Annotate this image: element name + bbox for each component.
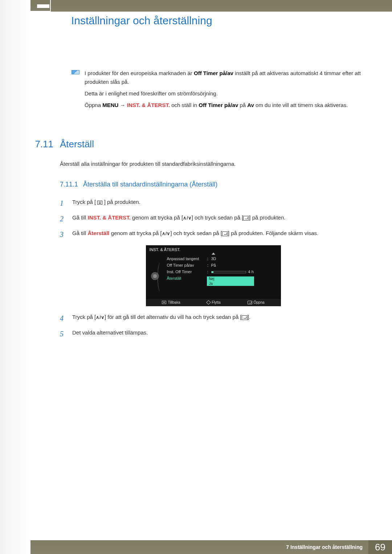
sub-heading: 7.11.1Återställa till standardinställnin… (60, 181, 367, 188)
curve-icon (158, 263, 163, 292)
step-number: 5 (60, 328, 72, 340)
osd-row: Inst. Off Timer : 4 h (167, 268, 277, 275)
osd-value-text: 4 h (248, 270, 254, 274)
text: ]. (248, 314, 250, 320)
osd-sidebar-art (150, 261, 164, 293)
text: Gå till (72, 214, 88, 221)
osd-option: Nej (207, 276, 254, 281)
step-list: 1 Tryck på [ ] på produkten. 2 Gå till I… (60, 198, 367, 340)
step-text: Gå till Återställ genom att trycka på [∧… (72, 229, 367, 240)
footer-chapter: 7 Inställningar och återställning (286, 544, 368, 550)
note-line-3: Öppna MENU → INST. & ÅTERST. och ställ i… (85, 101, 367, 110)
step-text: Tryck på [ ] på produkten. (72, 198, 367, 209)
osd-label: Inst. Off Timer (167, 270, 206, 274)
step-text: Tryck på [∧/∨] för att gå till det alter… (72, 313, 367, 324)
text: Flytta (212, 300, 220, 304)
text-red: Återställ (88, 230, 110, 236)
step-number: 3 (60, 229, 72, 240)
menu-icon (162, 301, 166, 304)
osd-label: Off Timer på/av (167, 263, 206, 267)
text-bold: MENU (102, 102, 118, 108)
osd-dropdown: Nej Ja (207, 276, 254, 286)
note-line-2: Detta är i enlighet med föreskrifter om … (85, 89, 367, 98)
osd-label: Anpassad tangent (167, 257, 206, 261)
page-title: Inställningar och återställning (71, 15, 212, 27)
osd-body: Anpassad tangent : 3D Off Timer på/av : … (146, 253, 281, 298)
osd-row: Off Timer på/av : På (167, 262, 277, 268)
footer-page-number: 69 (368, 540, 392, 554)
header-tab-notch (37, 4, 49, 8)
step-number: 4 (60, 313, 72, 324)
step-5: 5 Det valda alternativet tillämpas. (60, 328, 367, 340)
diamond-icon (206, 300, 211, 305)
text: och ställ in (170, 102, 199, 108)
section-heading: 7.11Återställ (60, 139, 367, 150)
text: Öppna (85, 102, 102, 108)
text: Gå till (72, 230, 88, 236)
text: ] på produkten. (102, 199, 140, 205)
text-red: INST. & ÅTERST. (127, 102, 170, 108)
section-intro: Återställ alla inställningar för produkt… (60, 161, 367, 167)
text: genom att trycka på [ (110, 230, 162, 236)
osd-value: På (210, 263, 277, 267)
updown-icon: ∧/∨ (162, 230, 171, 237)
note-icon (72, 70, 79, 74)
colon: : (206, 257, 210, 261)
text: I produkter för den europeiska marknaden… (85, 70, 194, 76)
left-shadow (0, 0, 30, 554)
step-number: 2 (60, 213, 72, 225)
osd-option: Ja (207, 281, 254, 286)
up-arrow-icon (212, 253, 215, 255)
updown-icon: ∧/∨ (96, 314, 105, 321)
text: Tryck på [ (72, 199, 97, 205)
colon: : (206, 263, 210, 267)
footer-bar: 7 Inställningar och återställning 69 (30, 540, 392, 554)
text: ] för att gå till det alternativ du vill… (105, 314, 242, 320)
text: Tillbaka (168, 300, 180, 304)
text-red: INST. & ÅTERST. (88, 214, 131, 221)
osd-panel: INST. & ÅTERST. Anpassad tangent : 3D Of… (146, 245, 281, 306)
enter-icon (248, 301, 252, 304)
osd-footer-back: Tillbaka (162, 300, 180, 304)
text: på (238, 102, 247, 108)
text: ] och tryck sedan på [ (192, 214, 244, 221)
text: ] på produkten. (249, 214, 285, 221)
osd-footer-move: Flytta (207, 300, 220, 304)
osd-footer: Tillbaka Flytta Öppna (146, 298, 281, 306)
step-text: Gå till INST. & ÅTERST. genom att trycka… (72, 213, 367, 225)
subsection-title: Återställa till standardinställningarna … (83, 181, 217, 188)
osd-footer-open: Öppna (248, 300, 265, 304)
section-title: Återställ (60, 139, 94, 149)
enter-icon (243, 216, 249, 221)
osd-value: 3D (210, 257, 277, 261)
osd-label: Återställ (167, 276, 206, 280)
subsection-number: 7.11.1 (60, 181, 78, 188)
text: ] och tryck sedan på [ (170, 230, 222, 236)
step-1: 1 Tryck på [ ] på produkten. (60, 198, 367, 209)
note-block: I produkter för den europeiska marknaden… (60, 69, 367, 110)
menu-icon (97, 201, 102, 205)
osd-title: INST. & ÅTERST. (146, 245, 281, 253)
text: ] på produkten. Följande skärm visas. (228, 230, 318, 236)
osd-row: Anpassad tangent : 3D (167, 255, 277, 262)
colon: : (206, 270, 210, 274)
text: Tryck på [ (72, 314, 96, 320)
step-4: 4 Tryck på [∧/∨] för att gå till det alt… (60, 313, 367, 324)
text: om du inte vill att timern ska aktiveras… (254, 102, 348, 108)
step-3: 3 Gå till Återställ genom att trycka på … (60, 229, 367, 240)
arrow-icon: → (118, 102, 127, 108)
step-text: Det valda alternativet tillämpas. (72, 328, 367, 340)
slider-track (211, 271, 246, 273)
section-number: 7.11 (21, 139, 53, 150)
text: genom att trycka på [ (131, 214, 183, 221)
step-number: 1 (60, 198, 72, 209)
note-line-1: I produkter för den europeiska marknaden… (85, 69, 367, 86)
osd-figure: INST. & ÅTERST. Anpassad tangent : 3D Of… (60, 245, 367, 306)
text-bold: Off Timer på/av (194, 70, 233, 76)
enter-icon (222, 231, 228, 236)
slider-fill (212, 271, 214, 273)
text: Öppna (254, 300, 265, 304)
text-bold: Av (247, 102, 254, 108)
main-content: I produkter för den europeiska marknaden… (60, 69, 367, 344)
updown-icon: ∧/∨ (183, 214, 192, 222)
